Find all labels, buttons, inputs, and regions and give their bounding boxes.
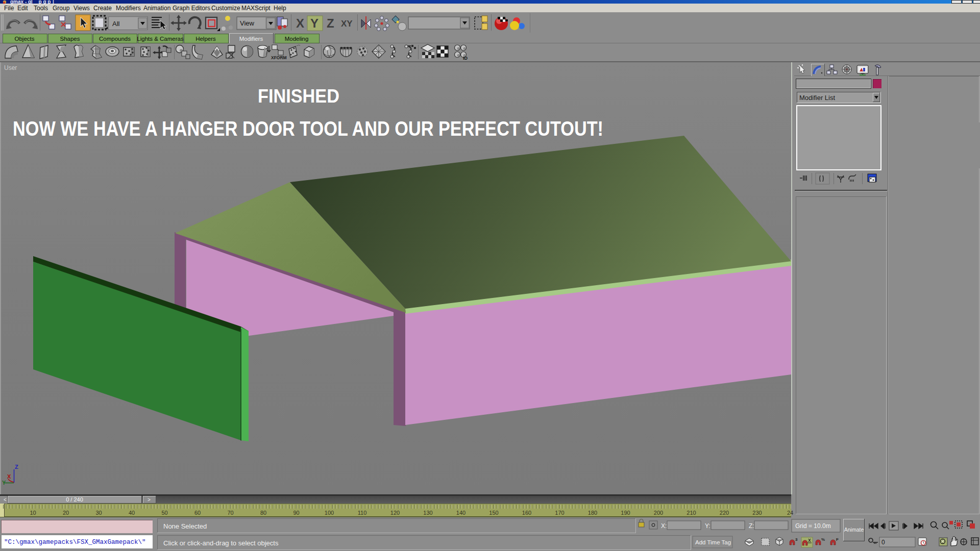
svg-text:Helpers: Helpers [195,36,216,42]
svg-text:Z: Z [15,464,18,470]
svg-text:>: > [148,497,151,503]
svg-text:20: 20 [63,510,69,516]
svg-text:Graph Editors: Graph Editors [173,5,210,12]
svg-text:XY: XY [341,19,353,29]
svg-text:24: 24 [787,510,793,516]
svg-text:All: All [112,20,120,28]
svg-text:Create: Create [93,5,112,12]
svg-text:Lights & Cameras: Lights & Cameras [137,36,184,42]
svg-text:200: 200 [654,510,663,516]
svg-text:220: 220 [720,510,729,516]
svg-text:Modeling: Modeling [285,36,309,42]
svg-text:Y: Y [310,16,318,30]
svg-text:Y: Y [2,480,6,486]
svg-text:50: 50 [161,510,167,516]
svg-text:Click or click-and-drag to sel: Click or click-and-drag to select object… [163,539,279,547]
svg-text:10: 10 [30,510,36,516]
svg-text:70: 70 [227,510,233,516]
svg-text:40: 40 [129,510,135,516]
svg-text:None Selected: None Selected [163,522,207,530]
svg-text:NOW WE HAVE A HANGER DOOR TOOL: NOW WE HAVE A HANGER DOOR TOOL AND OUR P… [13,117,603,140]
svg-text:30: 30 [95,510,102,516]
svg-text:3: 3 [795,537,798,542]
svg-text:FINISHED: FINISHED [258,86,339,107]
svg-text:130: 130 [423,510,432,516]
svg-text:Animate: Animate [844,527,864,533]
svg-text:Y:: Y: [705,522,710,530]
svg-text:230: 230 [752,510,762,516]
svg-text:F: F [836,537,839,542]
svg-text:Tools: Tools [34,5,48,12]
svg-text:210: 210 [687,510,696,516]
svg-text:View: View [240,19,255,27]
svg-text:180: 180 [588,510,597,516]
svg-text:Modifier List: Modifier List [799,94,835,102]
svg-text:110: 110 [358,510,367,516]
svg-text:Edit: Edit [17,5,28,12]
svg-text:120: 120 [390,510,400,516]
svg-text:Z: Z [327,16,334,30]
svg-text:ID: ID [463,56,468,61]
svg-text:190: 190 [621,510,630,516]
svg-text:Z:: Z: [749,522,754,530]
svg-text:%: % [821,537,825,542]
svg-text:XFORM: XFORM [271,55,287,60]
svg-text:Customize: Customize [211,5,240,12]
svg-text:Help: Help [274,5,286,12]
svg-text:140: 140 [456,510,465,516]
svg-text:Modifiers: Modifiers [116,5,141,12]
svg-text:80: 80 [260,510,266,516]
svg-text:Objects: Objects [15,36,35,42]
svg-text:Shapes: Shapes [60,36,80,42]
svg-text:Group: Group [53,5,70,12]
svg-text:Grid = 10.0m: Grid = 10.0m [795,522,831,530]
svg-text:X: X [7,473,11,480]
svg-text:100: 100 [325,510,334,516]
svg-text:0 / 240: 0 / 240 [66,496,83,503]
svg-text:"C:\gmax\gamepacks\FSX_GMaxGam: "C:\gmax\gamepacks\FSX_GMaxGamepack\" [4,539,146,546]
svg-text:X:: X: [661,522,667,530]
svg-text:User: User [4,64,17,71]
svg-text:File: File [4,5,14,12]
svg-text:60: 60 [194,510,201,516]
svg-text:<: < [4,497,7,503]
svg-text:Views: Views [74,5,90,12]
svg-text:160: 160 [522,510,531,516]
svg-text:Compounds: Compounds [99,36,131,42]
svg-text:0: 0 [881,539,885,546]
svg-text:170: 170 [555,510,564,516]
svg-text:Modifiers: Modifiers [239,36,263,42]
svg-text:150: 150 [489,510,498,516]
svg-text:gmax - g[ _ p g p: gmax - g[ _ p g p ] [10,0,54,5]
svg-text:Add Time Tag: Add Time Tag [695,539,731,545]
svg-text:90: 90 [293,510,299,516]
svg-text:MAXScript: MAXScript [241,5,271,12]
svg-text:X: X [296,16,304,30]
svg-text:Animation: Animation [143,5,170,12]
